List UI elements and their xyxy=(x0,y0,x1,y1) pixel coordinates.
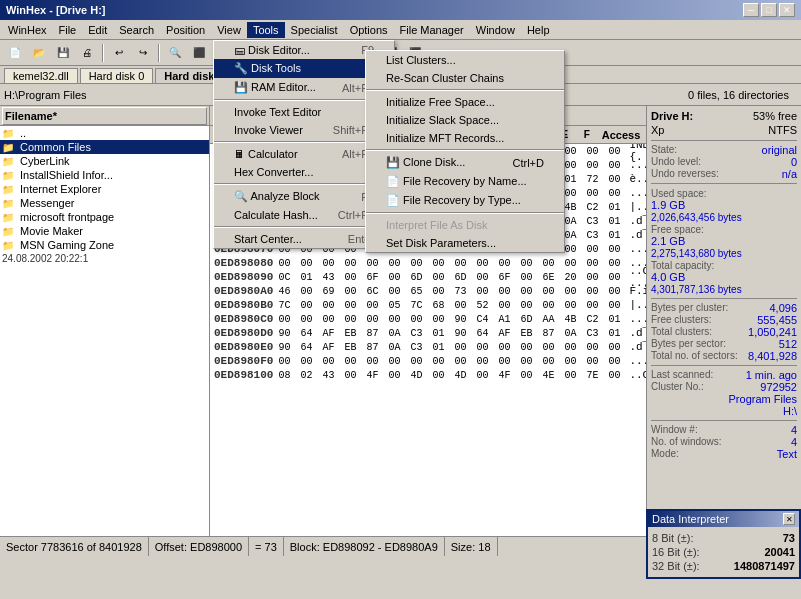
menu-specialist[interactable]: Specialist xyxy=(285,22,344,38)
hex-byte[interactable]: 00 xyxy=(427,370,449,381)
hex-byte[interactable]: 64 xyxy=(295,328,317,339)
hex-byte[interactable]: 00 xyxy=(449,356,471,367)
hex-byte[interactable]: C3 xyxy=(581,328,603,339)
hex-byte[interactable]: 00 xyxy=(603,342,625,353)
hex-byte[interactable]: 0A xyxy=(559,328,581,339)
file-item[interactable]: 📁InstallShield Infor... xyxy=(0,168,209,182)
hex-byte[interactable]: 00 xyxy=(405,160,427,171)
filename-column[interactable]: Filename* xyxy=(2,107,207,125)
menu-window[interactable]: Window xyxy=(470,22,521,38)
hex-byte[interactable]: 7C xyxy=(273,300,295,311)
hex-byte[interactable]: 00 xyxy=(383,286,405,297)
hex-byte[interactable]: 00 xyxy=(603,160,625,171)
hex-byte[interactable]: 00 xyxy=(537,342,559,353)
hex-byte[interactable]: C4 xyxy=(471,314,493,325)
hex-byte[interactable]: 00 xyxy=(361,300,383,311)
hex-byte[interactable]: 68 xyxy=(427,300,449,311)
hex-byte[interactable]: 43 xyxy=(317,370,339,381)
hex-byte[interactable]: 00 xyxy=(471,342,493,353)
hex-byte[interactable]: 00 xyxy=(515,370,537,381)
hex-byte[interactable]: 08 xyxy=(273,370,295,381)
close-button[interactable]: ✕ xyxy=(779,3,795,17)
menu-position[interactable]: Position xyxy=(160,22,211,38)
hex-byte[interactable]: 65 xyxy=(405,286,427,297)
hex-byte[interactable]: 4D xyxy=(449,370,471,381)
search-next-button[interactable]: ⬛ xyxy=(188,43,210,63)
tools-disk-editor[interactable]: 🖴 Disk Editor... F9 xyxy=(214,41,394,59)
hex-byte[interactable]: 00 xyxy=(295,356,317,367)
hex-byte[interactable]: 00 xyxy=(603,370,625,381)
hex-byte[interactable]: 00 xyxy=(537,244,559,255)
hex-byte[interactable]: 90 xyxy=(273,328,295,339)
hex-byte[interactable]: 00 xyxy=(581,342,603,353)
hex-byte[interactable]: 00 xyxy=(427,244,449,255)
hex-byte[interactable]: AF xyxy=(317,328,339,339)
hex-byte[interactable]: 00 xyxy=(383,370,405,381)
hex-byte[interactable]: 00 xyxy=(317,258,339,269)
hex-byte[interactable]: 70 xyxy=(449,202,471,213)
hex-byte[interactable]: 00 xyxy=(405,258,427,269)
hex-byte[interactable]: 00 xyxy=(361,314,383,325)
hex-byte[interactable]: 00 xyxy=(581,160,603,171)
hex-byte[interactable]: 00 xyxy=(295,258,317,269)
menu-view[interactable]: View xyxy=(211,22,247,38)
hex-byte[interactable]: 72 xyxy=(581,174,603,185)
hex-byte[interactable]: 4B xyxy=(449,174,471,185)
hex-byte[interactable]: 00 xyxy=(427,174,449,185)
hex-byte[interactable]: 00 xyxy=(339,370,361,381)
hex-byte[interactable]: 00 xyxy=(427,286,449,297)
hex-byte[interactable]: A8 xyxy=(471,146,493,157)
hex-byte[interactable]: 64 xyxy=(295,342,317,353)
hex-byte[interactable]: 00 xyxy=(449,160,471,171)
hex-byte[interactable]: 4B xyxy=(559,202,581,213)
hex-byte[interactable]: 00 xyxy=(603,188,625,199)
tab-kemel32[interactable]: kemel32.dll xyxy=(4,68,78,83)
hex-byte[interactable]: C3 xyxy=(405,328,427,339)
hex-row[interactable]: 0ED8980900C0143006F006D006D006F006E20000… xyxy=(210,270,646,284)
hex-byte[interactable]: 00 xyxy=(559,146,581,157)
hex-byte[interactable]: 00 xyxy=(383,314,405,325)
hex-byte[interactable]: 01 xyxy=(493,174,515,185)
maximize-button[interactable]: □ xyxy=(761,3,777,17)
hex-byte[interactable]: 00 xyxy=(493,188,515,199)
hex-byte[interactable]: 00 xyxy=(449,188,471,199)
hex-row[interactable]: 0ED8980E09064AFEB870AC301000000000000000… xyxy=(210,340,646,354)
hex-row[interactable]: 0ED8980B07C00000000057C68005200000000000… xyxy=(210,298,646,312)
file-item[interactable]: 📁microsoft frontpage xyxy=(0,210,209,224)
hex-byte[interactable]: 6D xyxy=(405,272,427,283)
hex-byte[interactable]: 73 xyxy=(449,286,471,297)
hex-byte[interactable]: 20 xyxy=(559,272,581,283)
hex-byte[interactable]: 6D xyxy=(515,314,537,325)
hex-byte[interactable]: 00 xyxy=(339,272,361,283)
hex-row[interactable]: 0ED8980F00000000000000000000000000000000… xyxy=(210,354,646,368)
hex-byte[interactable]: 00 xyxy=(383,356,405,367)
hex-byte[interactable]: 00 xyxy=(515,272,537,283)
hex-byte[interactable]: 00 xyxy=(427,160,449,171)
hex-byte[interactable]: 00 xyxy=(405,356,427,367)
hex-byte[interactable]: 6E xyxy=(537,272,559,283)
file-list[interactable]: 📁..📁Common Files📁CyberLink📁InstallShield… xyxy=(0,126,209,536)
data-interpreter-close[interactable]: ✕ xyxy=(783,513,795,525)
hex-byte[interactable]: 00 xyxy=(405,174,427,185)
hex-byte[interactable]: 00 xyxy=(515,174,537,185)
hex-byte[interactable]: 0C xyxy=(273,272,295,283)
file-item[interactable]: 📁Messenger xyxy=(0,196,209,210)
hex-byte[interactable]: 00 xyxy=(603,300,625,311)
hex-byte[interactable]: 00 xyxy=(537,258,559,269)
hex-byte[interactable]: 00 xyxy=(361,356,383,367)
hex-byte[interactable]: 4F xyxy=(493,370,515,381)
hex-byte[interactable]: 5A xyxy=(493,202,515,213)
hex-byte[interactable]: 00 xyxy=(273,356,295,367)
hex-byte[interactable]: 00 xyxy=(339,356,361,367)
hex-byte[interactable]: 00 xyxy=(471,356,493,367)
hex-byte[interactable]: 52 xyxy=(471,300,493,311)
file-item[interactable]: 📁CyberLink xyxy=(0,154,209,168)
hex-byte[interactable]: AF xyxy=(493,216,515,227)
hex-byte[interactable]: 7E xyxy=(581,370,603,381)
hex-byte[interactable]: 00 xyxy=(581,146,603,157)
tools-calculate-hash[interactable]: Calculate Hash... Ctrl+F2 xyxy=(214,206,394,224)
hex-byte[interactable]: 00 xyxy=(449,258,471,269)
hex-byte[interactable]: 0A xyxy=(383,342,405,353)
hex-byte[interactable]: 00 xyxy=(471,286,493,297)
hex-byte[interactable]: 87 xyxy=(537,216,559,227)
